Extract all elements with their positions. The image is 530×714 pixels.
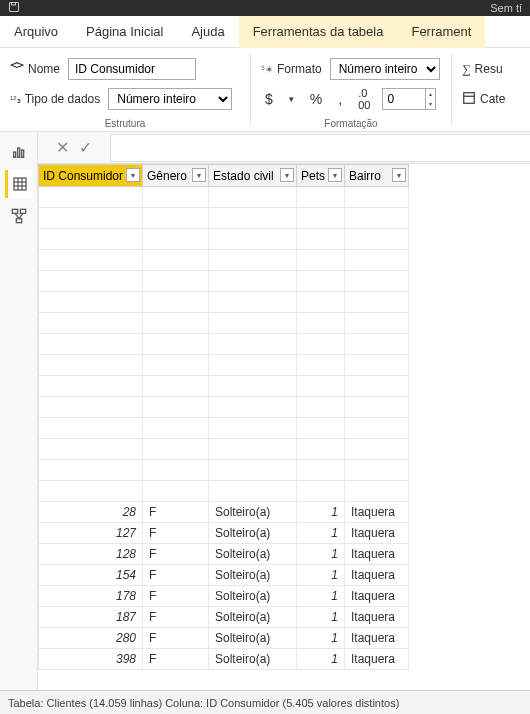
tab-table-tools[interactable]: Ferramentas da tabela [239,16,398,48]
svg-rect-1 [12,3,16,6]
accept-formula-icon[interactable]: ✓ [79,138,92,157]
table-row[interactable] [39,334,409,355]
svg-rect-4 [13,152,15,157]
currency-button[interactable]: $ [261,91,277,107]
svg-rect-6 [21,150,23,157]
formula-bar: ✕ ✓ [38,132,530,164]
decimal-format-icon[interactable]: .000 [354,87,374,111]
model-view-tab[interactable] [5,202,33,230]
filter-icon[interactable]: ▾ [328,168,342,182]
view-switcher [0,132,38,690]
decimal-places-spinner[interactable]: ▴ ▾ [382,88,436,110]
summarize-label[interactable]: ∑ Resu [462,62,503,77]
table-row[interactable]: 187FSolteiro(a)1Itaquera [39,607,409,628]
format-group-label: Formatação [261,116,441,129]
table-row[interactable] [39,397,409,418]
table-row[interactable] [39,208,409,229]
datatype-select[interactable]: Número inteiro [108,88,232,110]
tab-column-tools[interactable]: Ferrament [397,16,485,48]
table-row[interactable] [39,481,409,502]
tag-icon [10,61,24,78]
filter-icon[interactable]: ▾ [192,168,206,182]
svg-rect-5 [17,148,19,157]
name-label: Nome [10,61,60,78]
column-header-bairro[interactable]: Bairro▾ [345,165,409,187]
column-header-id[interactable]: ID Consumidor▾ [39,165,143,187]
data-grid[interactable]: ID Consumidor▾ Gênero▾ Estado civil▾ Pet… [38,164,530,690]
table-header-row: ID Consumidor▾ Gênero▾ Estado civil▾ Pet… [39,165,409,187]
datatype-label: ¹²₃ Tipo de dados [10,92,100,106]
svg-rect-2 [464,92,475,103]
svg-rect-7 [14,178,26,190]
tab-help[interactable]: Ajuda [177,16,238,48]
format-label: ⁵✶ Formato [261,62,322,76]
status-text: Tabela: Clientes (14.059 linhas) Coluna:… [8,697,399,709]
table-row[interactable]: 280FSolteiro(a)1Itaquera [39,628,409,649]
currency-dropdown-icon[interactable]: ▾ [285,94,298,104]
table-row[interactable] [39,376,409,397]
spin-down-icon[interactable]: ▾ [426,99,435,109]
ribbon-tabs: Arquivo Página Inicial Ajuda Ferramentas… [0,16,530,48]
ribbon-body: Nome ¹²₃ Tipo de dados Número inteiro Es… [0,48,530,132]
tab-home[interactable]: Página Inicial [72,16,177,48]
decimal-places-input[interactable] [383,92,425,106]
percent-button[interactable]: % [306,91,326,107]
svg-rect-0 [10,3,19,12]
sigma-icon: ∑ [462,62,471,77]
svg-rect-14 [16,219,21,223]
column-header-pets[interactable]: Pets▾ [297,165,345,187]
title-bar: Sem tí [0,0,530,16]
table-row[interactable]: 127FSolteiro(a)1Itaquera [39,523,409,544]
table-row[interactable]: 154FSolteiro(a)1Itaquera [39,565,409,586]
datatype-icon: ¹²₃ [10,94,21,105]
table-row[interactable] [39,250,409,271]
table-row[interactable] [39,418,409,439]
category-icon [462,91,476,108]
thousands-button[interactable]: , [334,91,346,107]
cancel-formula-icon[interactable]: ✕ [56,138,69,157]
tab-file[interactable]: Arquivo [0,16,72,48]
filter-icon[interactable]: ▾ [126,168,140,182]
save-icon[interactable] [8,1,20,15]
category-label[interactable]: Cate [462,91,505,108]
svg-line-16 [19,213,23,218]
column-header-genero[interactable]: Gênero▾ [143,165,209,187]
table-row[interactable]: 128FSolteiro(a)1Itaquera [39,544,409,565]
table-row[interactable]: 398FSolteiro(a)1Itaquera [39,649,409,670]
data-view-tab[interactable] [5,170,33,198]
column-name-input[interactable] [68,58,196,80]
table-row[interactable] [39,439,409,460]
filter-icon[interactable]: ▾ [280,168,294,182]
table-row[interactable] [39,460,409,481]
svg-rect-13 [20,209,25,213]
report-view-tab[interactable] [5,138,33,166]
column-header-estado[interactable]: Estado civil▾ [209,165,297,187]
table-row[interactable] [39,292,409,313]
table-row[interactable] [39,229,409,250]
svg-rect-12 [12,209,17,213]
title-text: Sem tí [490,2,530,14]
svg-line-15 [15,213,19,218]
table-row[interactable] [39,355,409,376]
table-row[interactable]: 178FSolteiro(a)1Itaquera [39,586,409,607]
spin-up-icon[interactable]: ▴ [426,89,435,99]
structure-group-label: Estrutura [10,116,240,129]
table-row[interactable] [39,187,409,208]
formula-input[interactable] [110,134,530,162]
status-bar: Tabela: Clientes (14.059 linhas) Coluna:… [0,690,530,714]
filter-icon[interactable]: ▾ [392,168,406,182]
table-row[interactable] [39,271,409,292]
format-icon: ⁵✶ [261,64,273,75]
table-row[interactable] [39,313,409,334]
format-select[interactable]: Número inteiro [330,58,440,80]
table-row[interactable]: 28FSolteiro(a)1Itaquera [39,502,409,523]
